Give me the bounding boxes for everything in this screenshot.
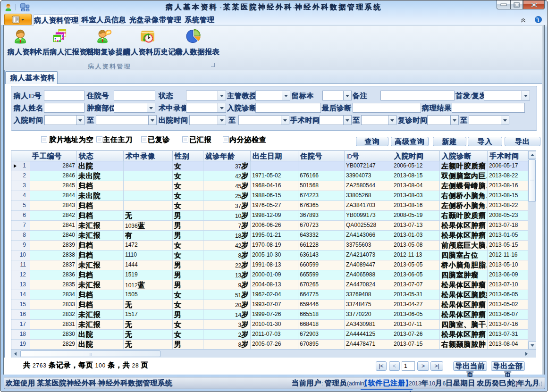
svg-text:i: i (538, 17, 539, 23)
